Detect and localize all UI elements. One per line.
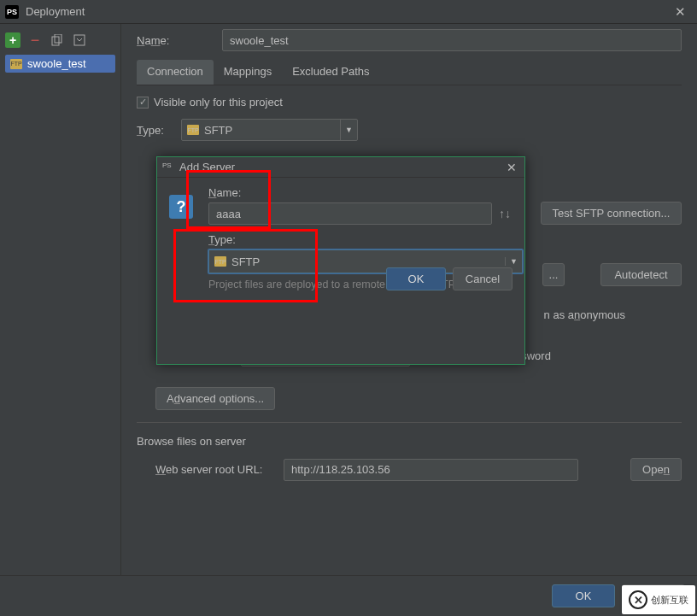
modal-name-input[interactable] [208, 202, 492, 225]
ftp-icon: FTP [187, 125, 199, 135]
visible-label: Visible only for this project [154, 96, 283, 109]
watermark-logo: ✕ [629, 590, 647, 609]
dialog-titlebar: PS Add Server ✕ [157, 157, 524, 178]
modal-name-label: Name: [208, 186, 511, 199]
autodetect-button[interactable]: Autodetect [600, 263, 682, 286]
dialog-footer: OK Cancel [386, 267, 512, 290]
ellipsis-button[interactable]: ... [542, 263, 565, 286]
svg-rect-1 [55, 34, 62, 43]
modal-type-label: Type: [208, 233, 511, 246]
sidebar: + − FTP swoole_test [0, 24, 121, 575]
question-icon: ? [169, 195, 193, 219]
sidebar-toolbar: + − [5, 31, 115, 50]
titlebar: PS Deployment ✕ [0, 0, 697, 24]
sort-icon[interactable]: ↑↓ [499, 207, 511, 220]
dialog-body: ? Name: ↑↓ Type: FTP SFTP ▼ Project file… [157, 178, 524, 299]
tabs: Connection Mappings Excluded Paths [137, 60, 682, 85]
window-title: Deployment [26, 5, 668, 18]
modal-cancel-button[interactable]: Cancel [453, 267, 512, 290]
type-select[interactable]: FTP SFTP ▼ [181, 119, 358, 141]
ftp-icon: FTP [214, 256, 226, 267]
name-input[interactable] [222, 29, 682, 51]
remove-icon[interactable]: − [27, 32, 43, 48]
close-icon[interactable]: ✕ [504, 161, 519, 174]
name-label: Name: [137, 34, 214, 47]
visible-checkbox[interactable]: ✓ [137, 97, 149, 109]
app-icon: PS [162, 161, 174, 173]
watermark-text: 创新互联 [651, 594, 688, 607]
visible-checkbox-row: ✓ Visible only for this project [137, 96, 682, 109]
anonymous-label: n as anonymous [544, 308, 625, 321]
sidebar-item-server[interactable]: FTP swoole_test [5, 55, 115, 73]
chevron-down-icon[interactable]: ▼ [340, 120, 357, 140]
advanced-options-button[interactable]: Advanced options... [155, 387, 275, 410]
ok-button[interactable]: OK [552, 584, 615, 607]
web-root-label: Web server root URL: [155, 463, 275, 476]
open-button[interactable]: Open [630, 458, 682, 481]
type-label: Type: [137, 124, 173, 137]
web-root-input[interactable] [284, 459, 578, 481]
tab-mappings[interactable]: Mappings [214, 60, 282, 85]
type-value: SFTP [199, 124, 340, 137]
test-sftp-button[interactable]: Test SFTP connection... [541, 202, 682, 225]
sidebar-item-label: swoole_test [27, 57, 86, 70]
browse-label: Browse files on server [137, 435, 682, 448]
tab-connection[interactable]: Connection [137, 60, 214, 85]
svg-rect-2 [74, 35, 85, 45]
add-server-dialog: PS Add Server ✕ ? Name: ↑↓ Type: FTP SFT… [156, 156, 525, 365]
dialog-title: Add Server [179, 161, 504, 173]
divider [137, 422, 682, 423]
footer: OK Cancel [0, 575, 697, 616]
add-icon[interactable]: + [5, 32, 20, 48]
modal-ok-button[interactable]: OK [386, 267, 446, 290]
chevron-down-icon[interactable]: ▼ [505, 257, 522, 266]
app-icon: PS [5, 5, 19, 19]
ftp-icon: FTP [10, 59, 22, 69]
svg-rect-0 [52, 37, 59, 45]
close-icon[interactable]: ✕ [668, 2, 692, 22]
toggle-icon[interactable] [72, 32, 87, 48]
watermark: ✕ 创新互联 [622, 585, 695, 614]
tab-excluded[interactable]: Excluded Paths [282, 60, 379, 85]
copy-icon[interactable] [50, 32, 65, 48]
modal-type-value: SFTP [226, 255, 505, 268]
